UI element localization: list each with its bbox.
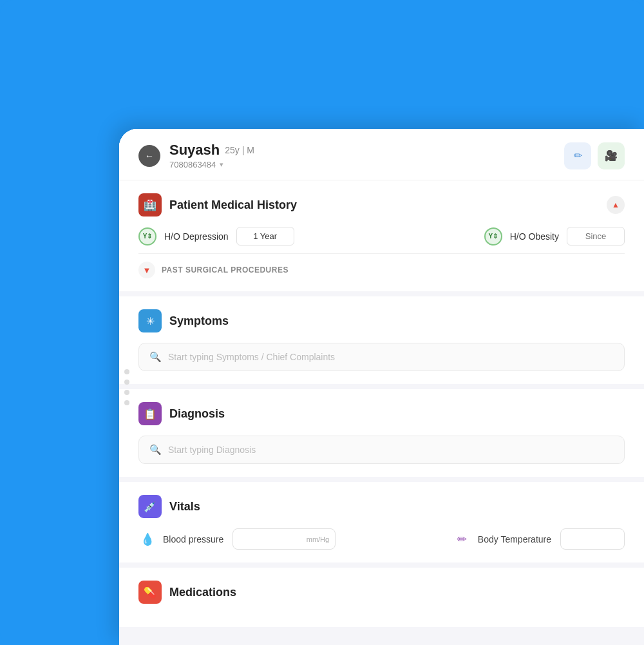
past-surgical-toggle-icon: ▼ [138,262,155,278]
blood-pressure-input-wrapper: mm/Hg [232,528,336,550]
symptoms-header: ✳ Symptoms [138,309,625,332]
scroll-dot [124,380,129,385]
phone-dropdown-icon[interactable]: ▾ [220,160,223,169]
header-actions: ✏ 🎥 [564,142,625,169]
patient-info: Suyash 25y | M 7080863484 ▾ [169,142,254,169]
diagnosis-header: 📋 Diagnosis [138,402,625,425]
edit-button[interactable]: ✏ [564,142,591,169]
main-panel: ← Suyash 25y | M 7080863484 ▾ ✏ 🎥 [119,129,644,645]
patient-phone: 7080863484 [169,160,216,169]
medical-history-section: 🏥 Patient Medical History ▲ Y⇕ H/O Depre… [119,180,644,291]
symptoms-search-row[interactable]: 🔍 Start typing Symptoms / Chief Complain… [138,343,625,371]
body-temperature-icon: ✏ [453,530,471,548]
patient-meta: 25y | M [225,145,254,155]
body-temperature-input[interactable] [560,528,625,550]
blood-pressure-label: Blood pressure [163,534,223,544]
vitals-row: 💧 Blood pressure mm/Hg ✏ Body [138,528,625,550]
condition-obesity: H/O Obesity [510,231,559,242]
blood-pressure-icon: 💧 [138,530,156,548]
condition-badge-obesity: Y⇕ [484,227,502,245]
past-surgical-label: PAST SURGICAL PROCEDURES [162,265,289,274]
body-temperature-item: ✏ Body Temperature [453,530,551,548]
scroll-dot [124,369,129,374]
content-area: 🏥 Patient Medical History ▲ Y⇕ H/O Depre… [119,180,644,645]
diagnosis-search-row[interactable]: 🔍 Start typing Diagnosis [138,436,625,464]
scroll-dot [124,390,129,395]
blood-pressure-unit: mm/Hg [307,535,329,543]
medical-history-header: 🏥 Patient Medical History ▲ [138,193,625,217]
symptoms-search-placeholder: Start typing Symptoms / Chief Complaints [168,352,335,362]
blood-pressure-item: 💧 Blood pressure [138,530,223,548]
medications-icon: 💊 [138,581,162,604]
symptoms-icon: ✳ [138,309,162,332]
edit-icon: ✏ [574,149,582,162]
medications-section: 💊 Medications [119,568,644,627]
scroll-dot [124,400,129,405]
diagnosis-title: Diagnosis [169,407,225,421]
back-button[interactable]: ← [138,145,160,167]
video-call-button[interactable]: 🎥 [598,142,625,169]
depression-duration-input[interactable] [236,227,294,245]
medical-history-icon: 🏥 [138,193,162,217]
device-frame: ← Suyash 25y | M 7080863484 ▾ ✏ 🎥 [119,129,644,645]
symptoms-search-icon: 🔍 [149,351,162,363]
conditions-row: Y⇕ H/O Depression Y⇕ H/O Obesity [138,227,625,245]
diagnosis-icon: 📋 [138,402,162,425]
medical-icon-glyph: 🏥 [144,199,156,211]
body-temperature-label: Body Temperature [478,534,551,544]
vitals-header: 💉 Vitals [138,495,625,518]
diagnosis-search-icon: 🔍 [149,444,162,456]
vitals-icon: 💉 [138,495,162,518]
past-surgical-row[interactable]: ▼ PAST SURGICAL PROCEDURES [138,253,625,278]
chevron-up-icon: ▲ [612,200,620,209]
condition-depression: H/O Depression [164,231,229,242]
diagnosis-section: 📋 Diagnosis 🔍 Start typing Diagnosis [119,389,644,477]
back-arrow-icon: ← [145,151,154,161]
diagnosis-search-placeholder: Start typing Diagnosis [168,445,256,455]
symptoms-title: Symptoms [169,314,229,328]
patient-name-row: Suyash 25y | M [169,142,254,159]
collapse-button[interactable]: ▲ [607,196,625,214]
medical-history-title: Patient Medical History [169,198,297,212]
patient-header: ← Suyash 25y | M 7080863484 ▾ ✏ 🎥 [119,129,644,180]
side-scrollbar [119,364,135,410]
symptoms-section: ✳ Symptoms 🔍 Start typing Symptoms / Chi… [119,296,644,384]
vitals-section: 💉 Vitals 💧 Blood pressure mm/Hg [119,482,644,563]
medications-title: Medications [169,586,236,599]
patient-name: Suyash [169,142,220,159]
video-icon: 🎥 [605,149,618,162]
condition-badge-depression: Y⇕ [138,227,156,245]
patient-phone-row: 7080863484 ▾ [169,160,254,169]
obesity-duration-input[interactable] [567,227,625,245]
vitals-title: Vitals [169,500,200,514]
medications-header: 💊 Medications [138,581,625,604]
